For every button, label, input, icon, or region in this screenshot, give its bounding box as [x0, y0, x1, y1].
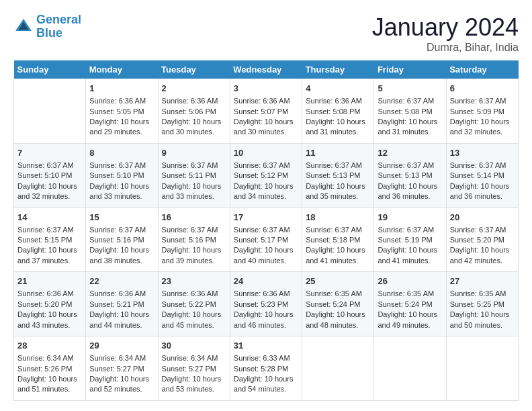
- day-info-line: Daylight: 10 hours: [89, 181, 154, 191]
- day-info-line: and 32 minutes.: [450, 127, 515, 137]
- day-number: 15: [89, 212, 154, 224]
- day-number: 16: [162, 212, 226, 224]
- day-info-line: Sunset: 5:19 PM: [378, 235, 442, 245]
- calendar-cell: 20Sunrise: 6:37 AMSunset: 5:20 PMDayligh…: [446, 208, 518, 272]
- day-info-line: Sunrise: 6:36 AM: [89, 96, 154, 106]
- day-info-line: Sunrise: 6:34 AM: [17, 353, 82, 363]
- day-number: 2: [162, 83, 226, 95]
- calendar-cell: 11Sunrise: 6:37 AMSunset: 5:13 PMDayligh…: [302, 143, 374, 208]
- day-info-line: Daylight: 10 hours: [450, 310, 515, 320]
- day-info-line: Daylight: 10 hours: [234, 374, 298, 384]
- day-info-line: and 54 minutes.: [234, 384, 298, 394]
- header-thursday: Thursday: [302, 60, 374, 79]
- day-info-line: Sunrise: 6:35 AM: [450, 289, 515, 299]
- day-info-line: Sunset: 5:24 PM: [378, 300, 442, 310]
- day-info-line: and 37 minutes.: [17, 256, 82, 266]
- day-info-line: Sunrise: 6:37 AM: [306, 161, 370, 171]
- day-info-line: Daylight: 10 hours: [378, 245, 442, 255]
- day-info-line: Daylight: 10 hours: [306, 310, 370, 320]
- day-number: 25: [306, 275, 370, 287]
- day-info-line: and 46 minutes.: [234, 320, 298, 330]
- calendar-cell: 15Sunrise: 6:37 AMSunset: 5:16 PMDayligh…: [86, 208, 158, 272]
- day-info-line: Sunrise: 6:34 AM: [162, 353, 226, 363]
- day-info-line: Sunset: 5:27 PM: [162, 364, 226, 374]
- day-info-line: Sunset: 5:07 PM: [234, 107, 298, 117]
- day-info-line: and 30 minutes.: [234, 127, 298, 137]
- week-row-4: 21Sunrise: 6:36 AMSunset: 5:20 PMDayligh…: [14, 272, 519, 336]
- logo-line1: General: [36, 13, 81, 26]
- day-info-line: and 43 minutes.: [17, 320, 82, 330]
- day-info-line: Sunrise: 6:36 AM: [89, 289, 154, 299]
- day-info-line: Sunrise: 6:37 AM: [450, 161, 515, 171]
- day-number: 17: [234, 212, 298, 224]
- day-info-line: Daylight: 10 hours: [17, 181, 82, 191]
- day-info-line: Sunset: 5:09 PM: [450, 107, 515, 117]
- day-info-line: Sunset: 5:16 PM: [89, 235, 154, 245]
- calendar-cell: 21Sunrise: 6:36 AMSunset: 5:20 PMDayligh…: [14, 272, 86, 336]
- logo-line2: Blue: [36, 26, 62, 40]
- calendar-cell: [302, 336, 374, 401]
- day-info-line: Daylight: 10 hours: [17, 310, 82, 320]
- day-info-line: Sunrise: 6:36 AM: [162, 96, 226, 106]
- calendar-cell: [374, 336, 446, 401]
- day-info-line: Sunset: 5:06 PM: [162, 107, 226, 117]
- header-friday: Friday: [374, 60, 446, 79]
- day-number: 3: [234, 83, 298, 95]
- day-info-line: Daylight: 10 hours: [162, 310, 226, 320]
- day-number: 1: [89, 83, 154, 95]
- day-info-line: Sunrise: 6:33 AM: [234, 353, 298, 363]
- header: General Blue January 2024 Dumra, Bihar, …: [13, 13, 519, 54]
- day-info-line: Sunrise: 6:37 AM: [378, 96, 442, 106]
- calendar-cell: 22Sunrise: 6:36 AMSunset: 5:21 PMDayligh…: [86, 272, 158, 336]
- day-info-line: Sunrise: 6:37 AM: [450, 96, 515, 106]
- day-info-line: and 41 minutes.: [306, 256, 370, 266]
- calendar-cell: 24Sunrise: 6:36 AMSunset: 5:23 PMDayligh…: [230, 272, 302, 336]
- calendar-cell: 28Sunrise: 6:34 AMSunset: 5:26 PMDayligh…: [14, 336, 86, 401]
- day-info-line: and 38 minutes.: [89, 256, 154, 266]
- day-info-line: Sunrise: 6:35 AM: [306, 289, 370, 299]
- day-info-line: and 48 minutes.: [306, 320, 370, 330]
- header-sunday: Sunday: [14, 60, 86, 79]
- day-info-line: Sunset: 5:18 PM: [306, 235, 370, 245]
- day-number: 22: [89, 275, 154, 287]
- day-number: 13: [450, 147, 515, 159]
- calendar-cell: 8Sunrise: 6:37 AMSunset: 5:10 PMDaylight…: [86, 143, 158, 208]
- day-info-line: Sunset: 5:11 PM: [162, 171, 226, 181]
- day-info-line: Sunset: 5:14 PM: [450, 171, 515, 181]
- logo-icon: [13, 17, 34, 37]
- day-info-line: and 45 minutes.: [162, 320, 226, 330]
- day-number: 30: [162, 340, 226, 352]
- day-info-line: Daylight: 10 hours: [17, 374, 82, 384]
- calendar-cell: [446, 336, 518, 401]
- day-info-line: Sunset: 5:26 PM: [17, 364, 82, 374]
- calendar-cell: 31Sunrise: 6:33 AMSunset: 5:28 PMDayligh…: [230, 336, 302, 401]
- week-row-2: 7Sunrise: 6:37 AMSunset: 5:10 PMDaylight…: [14, 143, 519, 208]
- day-info-line: Sunset: 5:25 PM: [450, 300, 515, 310]
- day-info-line: Daylight: 10 hours: [378, 310, 442, 320]
- day-info-line: Daylight: 10 hours: [17, 245, 82, 255]
- subtitle: Dumra, Bihar, India: [372, 42, 519, 54]
- day-info-line: Daylight: 10 hours: [89, 117, 154, 127]
- day-info-line: and 36 minutes.: [378, 191, 442, 201]
- day-info-line: and 53 minutes.: [162, 384, 226, 394]
- calendar-cell: 30Sunrise: 6:34 AMSunset: 5:27 PMDayligh…: [158, 336, 230, 401]
- calendar-cell: 25Sunrise: 6:35 AMSunset: 5:24 PMDayligh…: [302, 272, 374, 336]
- day-info-line: Sunset: 5:10 PM: [89, 171, 154, 181]
- header-tuesday: Tuesday: [158, 60, 230, 79]
- day-info-line: Sunrise: 6:36 AM: [234, 96, 298, 106]
- day-info-line: Daylight: 10 hours: [234, 181, 298, 191]
- calendar-cell: 18Sunrise: 6:37 AMSunset: 5:18 PMDayligh…: [302, 208, 374, 272]
- day-info-line: Sunset: 5:10 PM: [17, 171, 82, 181]
- day-number: 10: [234, 147, 298, 159]
- calendar-cell: 14Sunrise: 6:37 AMSunset: 5:15 PMDayligh…: [14, 208, 86, 272]
- header-wednesday: Wednesday: [230, 60, 302, 79]
- calendar-cell: 13Sunrise: 6:37 AMSunset: 5:14 PMDayligh…: [446, 143, 518, 208]
- calendar-cell: 5Sunrise: 6:37 AMSunset: 5:08 PMDaylight…: [374, 79, 446, 144]
- day-info-line: and 50 minutes.: [450, 320, 515, 330]
- day-info-line: Sunset: 5:12 PM: [234, 171, 298, 181]
- day-number: 23: [162, 275, 226, 287]
- calendar-cell: 17Sunrise: 6:37 AMSunset: 5:17 PMDayligh…: [230, 208, 302, 272]
- day-info-line: Daylight: 10 hours: [162, 117, 226, 127]
- day-info-line: Sunset: 5:24 PM: [306, 300, 370, 310]
- day-info-line: Daylight: 10 hours: [234, 117, 298, 127]
